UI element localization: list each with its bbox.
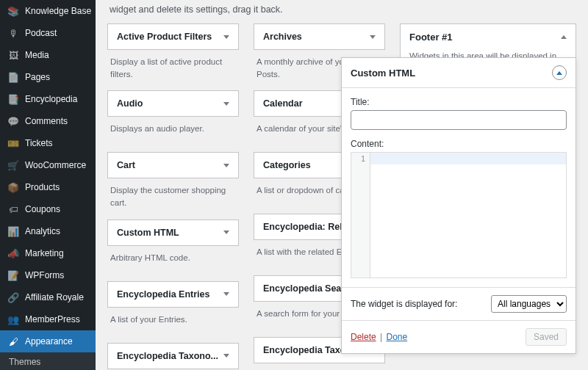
available-widget-title: Encyclopedia Entries [117,289,209,300]
widget-panel-title: Custom HTML [351,68,415,79]
sidebar-item-knowledge-base[interactable]: 📚Knowledge Base [0,0,96,22]
chevron-down-icon [223,292,229,296]
sidebar-icon: 🎙 [7,27,19,39]
available-widget-encyclopedia-taxono[interactable]: Encyclopedia Taxono... [107,343,239,369]
sidebar-item-label: Media [25,50,49,60]
widget-panel-header: Custom HTML [342,58,576,88]
close-widget-link[interactable]: Done [386,332,407,342]
sidebar-item-encyclopedia[interactable]: 📑Encyclopedia [0,88,96,110]
html-code-editor[interactable]: 1 [351,152,567,278]
available-widget-title: Calendar [263,98,303,109]
sidebar-item-label: WooCommerce [25,160,86,170]
available-widget-active-product-filters[interactable]: Active Product Filters [107,23,239,50]
admin-sidebar: 📚Knowledge Base🎙Podcast🖼Media📄Pages📑Ency… [0,0,96,370]
delete-widget-link[interactable]: Delete [351,332,376,342]
sidebar-item-label: MemberPress [25,314,80,324]
sidebar-icon: 🛒 [7,159,19,171]
sidebar-item-analytics[interactable]: 📊Analytics [0,220,96,242]
content-label: Content: [351,139,567,149]
sidebar-item-affiliate-royale[interactable]: 🔗Affiliate Royale [0,286,96,308]
sidebar-item-podcast[interactable]: 🎙Podcast [0,22,96,44]
code-editor-gutter: 1 [351,153,370,278]
available-widget-description: Display the customer shopping cart. [110,184,236,208]
sidebar-item-label: Coupons [25,204,60,214]
chevron-down-icon [223,231,229,234]
widget-area-toggle[interactable]: Footer #1 [401,24,576,50]
sidebar-icon: 📊 [7,225,19,237]
sidebar-icon: 📑 [7,93,19,105]
available-widget-encyclopedia-entries[interactable]: Encyclopedia Entries [107,281,239,308]
sidebar-item-label: Tickets [25,138,53,148]
sidebar-icon: 💬 [7,115,19,127]
widget-panel-body: Title: Content: 1 [342,88,576,287]
sidebar-item-media[interactable]: 🖼Media [0,44,96,66]
saved-button: Saved [526,328,567,346]
widgets-intro-text: widget and delete its settings, drag it … [110,4,576,15]
widget-area-title: Footer #1 [409,32,453,43]
available-widget-title: Audio [117,98,143,109]
sidebar-item-label: WPForms [25,270,64,280]
sidebar-item-memberpress[interactable]: 👥MemberPress [0,308,96,330]
sidebar-icon: 🖌 [7,335,19,347]
sidebar-item-label: Analytics [25,226,60,236]
sidebar-item-label: Marketing [25,248,64,258]
available-widget-description: Displays an audio player. [110,123,236,142]
sidebar-icon: 📄 [7,71,19,83]
sidebar-item-products[interactable]: 📦Products [0,176,96,198]
sidebar-item-appearance[interactable]: 🖌Appearance [0,330,96,352]
sidebar-item-label: Pages [25,72,50,82]
sidebar-item-label: Encyclopedia [25,94,77,104]
available-widget-cart[interactable]: Cart [107,152,239,178]
sidebar-item-label: Knowledge Base [25,6,91,16]
sidebar-icon: 👥 [7,313,19,325]
sidebar-item-label: Podcast [25,28,57,38]
available-widget-title: Categories [263,160,311,170]
link-separator: | [380,332,384,342]
code-editor-body[interactable] [370,153,566,278]
custom-html-widget-panel: Custom HTML Title: Content: 1 [341,57,576,354]
sidebar-item-marketing[interactable]: 📣Marketing [0,242,96,264]
sidebar-item-woocommerce[interactable]: 🛒WooCommerce [0,154,96,176]
available-widget-audio[interactable]: Audio [107,90,239,117]
available-widget-archives[interactable]: Archives [254,23,385,50]
chevron-down-icon [370,35,376,39]
sidebar-subitem-themes[interactable]: Themes [0,352,96,370]
sidebar-item-label: Products [25,182,60,192]
gutter-line-1: 1 [356,154,365,166]
sidebar-item-pages[interactable]: 📄Pages [0,66,96,88]
available-widget-title: Encyclopedia Taxono... [117,351,218,361]
collapse-widget-button[interactable] [552,65,567,80]
chevron-down-icon [223,164,229,167]
available-widget-title: Cart [117,160,135,170]
sidebar-icon: 🏷 [7,203,19,215]
sidebar-item-wpforms[interactable]: 📝WPForms [0,264,96,286]
available-widget-title: Custom HTML [117,228,179,238]
sidebar-item-coupons[interactable]: 🏷Coupons [0,198,96,220]
lang-label: The widget is displayed for: [351,299,457,309]
sidebar-icon: 🖼 [7,49,19,61]
sidebar-item-label: Affiliate Royale [25,292,84,302]
sidebar-item-comments[interactable]: 💬Comments [0,110,96,132]
widgets-main: widget and delete its settings, drag it … [96,0,588,370]
code-editor-line-highlight [370,153,566,164]
sidebar-icon: 🔗 [7,291,19,303]
sidebar-item-tickets[interactable]: 🎫Tickets [0,132,96,154]
available-widget-description: Arbitrary HTML code. [110,252,236,271]
chevron-down-icon [223,102,229,106]
available-widgets-col-1: Active Product FiltersDisplay a list of … [107,23,239,370]
sidebar-icon: 📝 [7,269,19,281]
sidebar-item-label: Comments [25,116,68,126]
widget-title-input[interactable] [351,110,567,130]
available-widget-custom-html[interactable]: Custom HTML [107,220,239,246]
widget-action-row: Delete | Done Saved [342,320,576,353]
available-widget-description: Display a list of active product filters… [110,56,236,80]
chevron-down-icon [223,354,229,358]
chevron-down-icon [223,35,229,39]
sidebar-icon: 📣 [7,247,19,259]
sidebar-icon: 📦 [7,181,19,193]
widget-language-select[interactable]: All languages [491,295,567,313]
sidebar-icon: 🎫 [7,137,19,149]
sidebar-icon: 📚 [7,5,19,17]
available-widget-title: Active Product Filters [117,32,212,42]
chevron-up-icon [556,71,562,75]
